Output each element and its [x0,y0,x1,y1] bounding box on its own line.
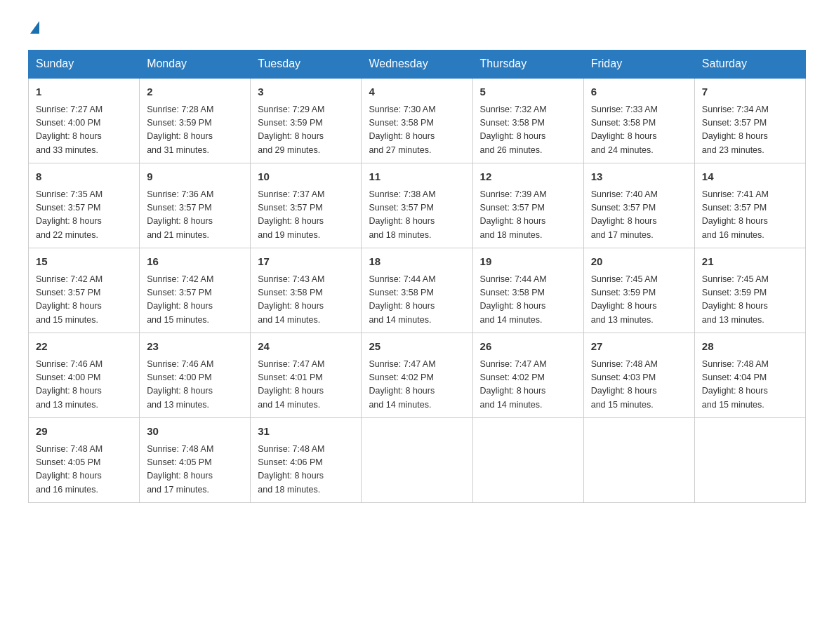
day-info: Sunrise: 7:45 AMSunset: 3:59 PMDaylight:… [591,273,687,328]
day-info: Sunrise: 7:34 AMSunset: 3:57 PMDaylight:… [702,103,798,158]
day-info: Sunrise: 7:47 AMSunset: 4:01 PMDaylight:… [258,358,354,412]
day-number: 18 [369,254,465,270]
calendar-header-tuesday: Tuesday [251,51,362,79]
logo-arrow-icon [30,21,39,34]
day-number: 2 [147,84,243,100]
calendar-day-cell: 18Sunrise: 7:44 AMSunset: 3:58 PMDayligh… [362,248,472,333]
calendar-header-wednesday: Wednesday [362,51,472,79]
calendar-header-saturday: Saturday [694,51,805,79]
day-number: 9 [147,169,243,185]
day-number: 10 [258,169,354,185]
day-number: 29 [36,424,132,440]
day-number: 6 [591,84,687,100]
calendar-header-sunday: Sunday [29,51,140,79]
day-info: Sunrise: 7:48 AMSunset: 4:05 PMDaylight:… [36,443,132,497]
calendar-week-row: 29Sunrise: 7:48 AMSunset: 4:05 PMDayligh… [29,418,806,503]
day-info: Sunrise: 7:36 AMSunset: 3:57 PMDaylight:… [147,188,243,243]
day-number: 5 [480,84,576,100]
day-info: Sunrise: 7:30 AMSunset: 3:58 PMDaylight:… [369,103,465,158]
calendar-day-cell: 24Sunrise: 7:47 AMSunset: 4:01 PMDayligh… [251,333,362,418]
day-info: Sunrise: 7:47 AMSunset: 4:02 PMDaylight:… [480,358,576,412]
day-number: 28 [702,339,798,355]
day-number: 20 [591,254,687,270]
calendar-week-row: 1Sunrise: 7:27 AMSunset: 4:00 PMDaylight… [29,78,806,163]
day-info: Sunrise: 7:37 AMSunset: 3:57 PMDaylight:… [258,188,354,243]
calendar-day-cell: 11Sunrise: 7:38 AMSunset: 3:57 PMDayligh… [362,163,472,248]
day-number: 23 [147,339,243,355]
day-info: Sunrise: 7:42 AMSunset: 3:57 PMDaylight:… [147,273,243,328]
day-info: Sunrise: 7:44 AMSunset: 3:58 PMDaylight:… [480,273,576,328]
day-number: 15 [36,254,132,270]
day-info: Sunrise: 7:42 AMSunset: 3:57 PMDaylight:… [36,273,132,328]
calendar-day-cell: 21Sunrise: 7:45 AMSunset: 3:59 PMDayligh… [694,248,805,333]
calendar-day-cell: 19Sunrise: 7:44 AMSunset: 3:58 PMDayligh… [472,248,583,333]
calendar-day-cell: 9Sunrise: 7:36 AMSunset: 3:57 PMDaylight… [140,163,251,248]
calendar-header-thursday: Thursday [472,51,583,79]
calendar-day-cell: 26Sunrise: 7:47 AMSunset: 4:02 PMDayligh… [472,333,583,418]
day-number: 22 [36,339,132,355]
calendar-header-row: SundayMondayTuesdayWednesdayThursdayFrid… [29,51,806,79]
calendar-day-cell [694,418,805,503]
day-info: Sunrise: 7:48 AMSunset: 4:05 PMDaylight:… [147,443,243,497]
calendar-day-cell: 28Sunrise: 7:48 AMSunset: 4:04 PMDayligh… [694,333,805,418]
day-info: Sunrise: 7:38 AMSunset: 3:57 PMDaylight:… [369,188,465,243]
day-number: 21 [702,254,798,270]
day-info: Sunrise: 7:29 AMSunset: 3:59 PMDaylight:… [258,103,354,158]
calendar-day-cell: 3Sunrise: 7:29 AMSunset: 3:59 PMDaylight… [251,78,362,163]
calendar-day-cell: 12Sunrise: 7:39 AMSunset: 3:57 PMDayligh… [472,163,583,248]
page-header [28,21,806,36]
calendar-header-monday: Monday [140,51,251,79]
day-number: 4 [369,84,465,100]
calendar-day-cell: 30Sunrise: 7:48 AMSunset: 4:05 PMDayligh… [140,418,251,503]
day-info: Sunrise: 7:48 AMSunset: 4:03 PMDaylight:… [591,358,687,412]
day-number: 17 [258,254,354,270]
day-info: Sunrise: 7:45 AMSunset: 3:59 PMDaylight:… [702,273,798,328]
calendar-day-cell: 29Sunrise: 7:48 AMSunset: 4:05 PMDayligh… [29,418,140,503]
day-number: 30 [147,424,243,440]
calendar-day-cell: 6Sunrise: 7:33 AMSunset: 3:58 PMDaylight… [583,78,694,163]
day-number: 7 [702,84,798,100]
day-info: Sunrise: 7:27 AMSunset: 4:00 PMDaylight:… [36,103,132,158]
calendar-week-row: 15Sunrise: 7:42 AMSunset: 3:57 PMDayligh… [29,248,806,333]
day-number: 8 [36,169,132,185]
calendar-day-cell [472,418,583,503]
calendar-header-friday: Friday [583,51,694,79]
day-info: Sunrise: 7:48 AMSunset: 4:04 PMDaylight:… [702,358,798,412]
calendar-day-cell [362,418,472,503]
calendar-day-cell: 13Sunrise: 7:40 AMSunset: 3:57 PMDayligh… [583,163,694,248]
calendar-day-cell [583,418,694,503]
calendar-day-cell: 2Sunrise: 7:28 AMSunset: 3:59 PMDaylight… [140,78,251,163]
calendar-day-cell: 14Sunrise: 7:41 AMSunset: 3:57 PMDayligh… [694,163,805,248]
day-number: 12 [480,169,576,185]
day-number: 3 [258,84,354,100]
calendar-day-cell: 15Sunrise: 7:42 AMSunset: 3:57 PMDayligh… [29,248,140,333]
day-info: Sunrise: 7:44 AMSunset: 3:58 PMDaylight:… [369,273,465,328]
calendar-day-cell: 20Sunrise: 7:45 AMSunset: 3:59 PMDayligh… [583,248,694,333]
day-info: Sunrise: 7:32 AMSunset: 3:58 PMDaylight:… [480,103,576,158]
day-info: Sunrise: 7:28 AMSunset: 3:59 PMDaylight:… [147,103,243,158]
calendar-week-row: 8Sunrise: 7:35 AMSunset: 3:57 PMDaylight… [29,163,806,248]
day-number: 31 [258,424,354,440]
calendar-day-cell: 1Sunrise: 7:27 AMSunset: 4:00 PMDaylight… [29,78,140,163]
calendar-day-cell: 23Sunrise: 7:46 AMSunset: 4:00 PMDayligh… [140,333,251,418]
day-number: 11 [369,169,465,185]
day-info: Sunrise: 7:35 AMSunset: 3:57 PMDaylight:… [36,188,132,243]
logo [28,21,39,36]
day-number: 14 [702,169,798,185]
day-info: Sunrise: 7:46 AMSunset: 4:00 PMDaylight:… [36,358,132,412]
day-number: 13 [591,169,687,185]
day-number: 16 [147,254,243,270]
day-info: Sunrise: 7:33 AMSunset: 3:58 PMDaylight:… [591,103,687,158]
day-info: Sunrise: 7:41 AMSunset: 3:57 PMDaylight:… [702,188,798,243]
calendar-day-cell: 7Sunrise: 7:34 AMSunset: 3:57 PMDaylight… [694,78,805,163]
calendar-week-row: 22Sunrise: 7:46 AMSunset: 4:00 PMDayligh… [29,333,806,418]
day-info: Sunrise: 7:46 AMSunset: 4:00 PMDaylight:… [147,358,243,412]
day-number: 1 [36,84,132,100]
calendar-day-cell: 4Sunrise: 7:30 AMSunset: 3:58 PMDaylight… [362,78,472,163]
calendar-day-cell: 31Sunrise: 7:48 AMSunset: 4:06 PMDayligh… [251,418,362,503]
day-number: 25 [369,339,465,355]
day-info: Sunrise: 7:43 AMSunset: 3:58 PMDaylight:… [258,273,354,328]
day-info: Sunrise: 7:48 AMSunset: 4:06 PMDaylight:… [258,443,354,497]
calendar-day-cell: 8Sunrise: 7:35 AMSunset: 3:57 PMDaylight… [29,163,140,248]
calendar-day-cell: 17Sunrise: 7:43 AMSunset: 3:58 PMDayligh… [251,248,362,333]
